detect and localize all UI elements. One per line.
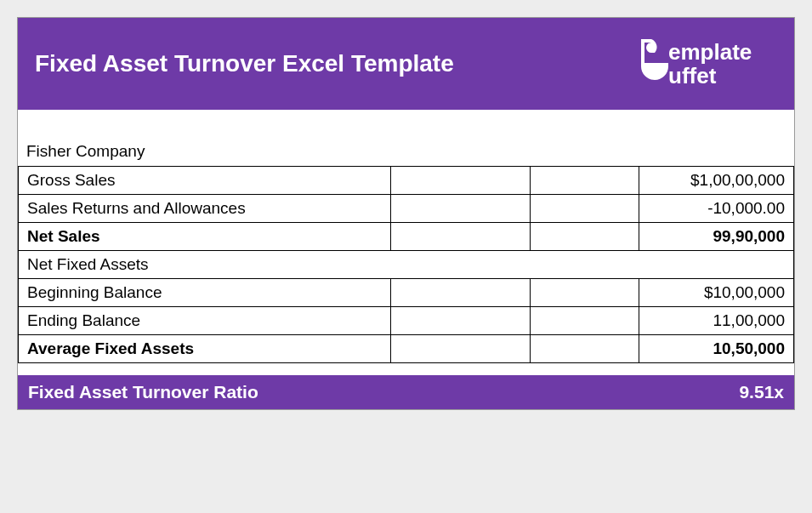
ending-value: 11,00,000 xyxy=(639,307,793,335)
empty-cell xyxy=(390,223,530,251)
table-row: Beginning Balance $10,00,000 xyxy=(19,279,794,307)
beginning-value: $10,00,000 xyxy=(639,279,793,307)
empty-cell xyxy=(390,335,530,363)
data-table: Gross Sales $1,00,00,000 Sales Returns a… xyxy=(18,166,794,375)
spacer-row xyxy=(19,363,794,375)
empty-cell xyxy=(530,307,639,335)
header-bar: Fixed Asset Turnover Excel Template empl… xyxy=(18,18,794,110)
net-sales-label: Net Sales xyxy=(19,223,391,251)
logo: emplate uffet xyxy=(633,34,777,94)
footer-bar: Fixed Asset Turnover Ratio 9.51x xyxy=(18,375,794,409)
net-fixed-assets-label: Net Fixed Assets xyxy=(19,251,794,279)
table-row: Ending Balance 11,00,000 xyxy=(19,307,794,335)
template-container: Fixed Asset Turnover Excel Template empl… xyxy=(17,17,795,410)
empty-cell xyxy=(530,167,639,195)
table-row: Sales Returns and Allowances -10,000.00 xyxy=(19,195,794,223)
empty-cell xyxy=(390,279,530,307)
table-row: Average Fixed Assets 10,50,000 xyxy=(19,335,794,363)
returns-label: Sales Returns and Allowances xyxy=(19,195,391,223)
table-row: Net Sales 99,90,000 xyxy=(19,223,794,251)
net-sales-value: 99,90,000 xyxy=(639,223,793,251)
spacer xyxy=(18,110,794,137)
table-row: Net Fixed Assets xyxy=(19,251,794,279)
company-name: Fisher Company xyxy=(18,137,794,166)
empty-cell xyxy=(390,307,530,335)
empty-cell xyxy=(530,223,639,251)
page-title: Fixed Asset Turnover Excel Template xyxy=(35,50,454,77)
average-value: 10,50,000 xyxy=(639,335,793,363)
returns-value: -10,000.00 xyxy=(639,195,793,223)
ratio-value: 9.51x xyxy=(739,382,784,402)
table-row: Gross Sales $1,00,00,000 xyxy=(19,167,794,195)
average-label: Average Fixed Assets xyxy=(19,335,391,363)
logo-text-top: emplate xyxy=(668,39,752,65)
beginning-label: Beginning Balance xyxy=(19,279,391,307)
gross-sales-value: $1,00,00,000 xyxy=(639,167,793,195)
empty-cell xyxy=(530,335,639,363)
empty-cell xyxy=(390,195,530,223)
logo-svg: emplate uffet xyxy=(633,34,777,94)
ending-label: Ending Balance xyxy=(19,307,391,335)
empty-cell xyxy=(530,195,639,223)
gross-sales-label: Gross Sales xyxy=(19,167,391,195)
logo-text-bottom: uffet xyxy=(668,63,717,88)
ratio-label: Fixed Asset Turnover Ratio xyxy=(28,382,258,402)
empty-cell xyxy=(390,167,530,195)
empty-cell xyxy=(530,279,639,307)
